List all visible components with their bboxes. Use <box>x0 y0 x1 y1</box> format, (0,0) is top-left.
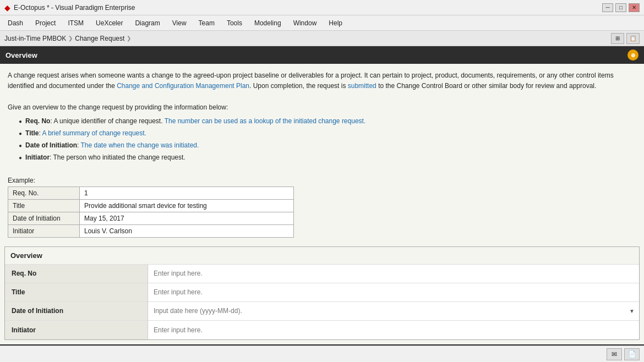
example-row-reqno: Req. No. 1 <box>8 187 294 199</box>
intro-text: A change request arises when someone wan… <box>8 70 636 91</box>
menu-item-dash[interactable]: Dash <box>2 17 29 29</box>
title-text: E-Octopus * - Visual Paradigm Enterprise <box>14 4 602 12</box>
example-value-title: Provide additional smart device for test… <box>80 199 294 212</box>
title-input[interactable] <box>148 283 639 301</box>
example-field-title: Title <box>8 199 80 212</box>
example-table: Req. No. 1 Title Provide additional smar… <box>8 187 294 238</box>
bullet-title: ● Title: A brief summary of change reque… <box>19 128 636 139</box>
title-bar: ◆ E-Octopus * - Visual Paradigm Enterpri… <box>0 0 644 15</box>
menu-item-uexceler[interactable]: UeXceler <box>90 17 128 29</box>
breadcrumb-pmbok[interactable]: Just-in-Time PMBOK <box>4 35 66 42</box>
bullet-dot-1: ● <box>19 117 22 126</box>
form-section-label: Overview <box>10 251 42 260</box>
description-area: A change request arises when someone wan… <box>0 64 644 173</box>
example-field-initiator: Initiator <box>8 224 80 237</box>
form-row-date: Date of Initiation ▼ <box>5 302 639 321</box>
form-section-header: Overview <box>5 247 639 265</box>
example-field-date: Date of Initiation <box>8 212 80 224</box>
example-value-initiator: Louis V. Carlson <box>80 224 294 237</box>
bullet-date: ● Date of Initiation: The date when the … <box>19 140 636 151</box>
bullet-req-no: ● Req. No: A unique identifier of change… <box>19 116 636 127</box>
form-row-title: Title <box>5 283 639 302</box>
menu-item-diagram[interactable]: Diagram <box>129 17 165 29</box>
bullet-list: ● Req. No: A unique identifier of change… <box>19 116 636 163</box>
menu-item-project[interactable]: Project <box>30 17 61 29</box>
breadcrumb-change-request-label: Change Request <box>75 35 124 42</box>
date-dropdown-arrow[interactable]: ▼ <box>629 308 635 314</box>
breadcrumb-layout-btn[interactable]: 📋 <box>626 33 640 44</box>
overview-section-header: Overview ⊕ <box>0 46 644 64</box>
example-row-date: Date of Initiation May 15, 2017 <box>8 212 294 224</box>
example-row-initiator: Initiator Louis V. Carlson <box>8 224 294 237</box>
initiator-input[interactable] <box>148 321 639 339</box>
menu-item-team[interactable]: Team <box>193 17 220 29</box>
breadcrumb-arrow-2: ❯ <box>127 35 131 41</box>
minimize-button[interactable]: ─ <box>602 3 613 12</box>
form-section: Overview Req. No Title Date of Initiatio… <box>4 246 640 340</box>
app-icon: ◆ <box>4 3 10 12</box>
menu-item-window[interactable]: Window <box>288 17 323 29</box>
form-input-reqno[interactable] <box>148 265 639 283</box>
form-row-reqno: Req. No <box>5 265 639 283</box>
bottom-toolbar: ✉ 📄 <box>0 345 644 362</box>
menu-item-itsm[interactable]: ITSM <box>62 17 89 29</box>
close-button[interactable]: ✕ <box>629 3 640 12</box>
example-field-reqno: Req. No. <box>8 187 80 199</box>
form-label-initiator: Initiator <box>5 321 148 339</box>
form-input-initiator[interactable] <box>148 321 639 339</box>
example-value-reqno: 1 <box>80 187 294 199</box>
form-label-date: Date of Initiation <box>5 302 148 320</box>
overview-header-icon[interactable]: ⊕ <box>627 50 638 61</box>
example-row-title: Title Provide additional smart device fo… <box>8 199 294 212</box>
form-label-title: Title <box>5 283 148 301</box>
example-label: Example: <box>0 173 644 187</box>
menu-item-modeling[interactable]: Modeling <box>249 17 287 29</box>
breadcrumb: Just-in-Time PMBOK ❯ Change Request ❯ ⊞ … <box>0 31 644 46</box>
date-input[interactable] <box>148 302 626 320</box>
form-input-title[interactable] <box>148 283 639 301</box>
menu-item-view[interactable]: View <box>167 17 192 29</box>
req-no-input[interactable] <box>148 265 639 283</box>
maximize-button[interactable]: □ <box>615 3 626 12</box>
document-button[interactable]: 📄 <box>624 348 640 360</box>
breadcrumb-change-request[interactable]: Change Request <box>75 35 124 42</box>
overview-header-label: Overview <box>6 51 37 59</box>
breadcrumb-grid-btn[interactable]: ⊞ <box>611 33 624 44</box>
form-input-date[interactable]: ▼ <box>148 302 639 320</box>
example-value-date: May 15, 2017 <box>80 212 294 224</box>
window-controls: ─ □ ✕ <box>602 3 640 12</box>
breadcrumb-toolbar: ⊞ 📋 <box>611 33 640 44</box>
breadcrumb-pmbok-label: Just-in-Time PMBOK <box>4 35 66 42</box>
form-inner: Req. No Title Date of Initiation ▼ <box>5 265 639 339</box>
bullet-dot-2: ● <box>19 129 22 138</box>
main-content: Overview ⊕ A change request arises when … <box>0 46 644 362</box>
menu-item-tools[interactable]: Tools <box>221 17 248 29</box>
bullet-dot-4: ● <box>19 153 22 162</box>
guide-text: Give an overview to the change request b… <box>8 102 636 113</box>
menu-item-help[interactable]: Help <box>323 17 348 29</box>
email-button[interactable]: ✉ <box>607 348 622 360</box>
bullet-dot-3: ● <box>19 141 22 150</box>
menu-bar: DashProjectITSMUeXcelerDiagramViewTeamTo… <box>0 15 644 31</box>
bullet-initiator: ● Initiator: The person who initiated th… <box>19 152 636 163</box>
form-label-reqno: Req. No <box>5 265 148 283</box>
breadcrumb-arrow-1: ❯ <box>68 35 73 41</box>
form-row-initiator: Initiator <box>5 321 639 339</box>
